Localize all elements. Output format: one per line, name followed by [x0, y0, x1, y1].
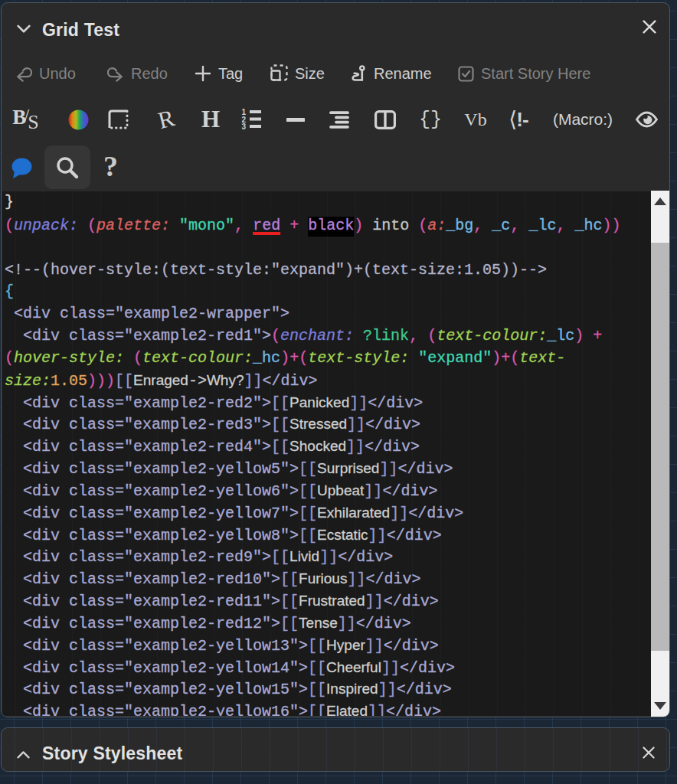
svg-text:3: 3 — [241, 122, 246, 130]
